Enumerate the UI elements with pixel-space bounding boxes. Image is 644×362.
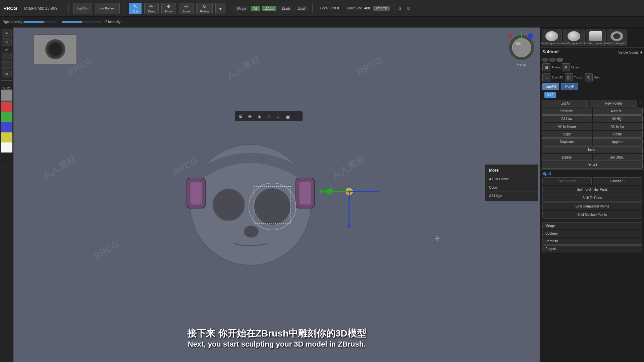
solo-icon[interactable]: ① xyxy=(585,73,593,81)
watermark-7: RRCG xyxy=(92,239,121,262)
zoom3d-icon[interactable]: ⌕ xyxy=(542,73,550,81)
merge-button[interactable]: Merge xyxy=(542,222,642,229)
new-folder-button[interactable]: New Folder xyxy=(590,100,638,107)
new-folder-icon[interactable]: → xyxy=(638,100,643,107)
mrgb-button[interactable]: Mrgb xyxy=(234,6,248,11)
off-label: Off xyxy=(5,48,8,51)
sphere3d-2-thumb[interactable]: PM3D_Sphere3D2 xyxy=(563,29,585,46)
ring3d-label: PM3D_Ring3D1 xyxy=(607,42,627,45)
split-masked-row: Split Masked Points xyxy=(542,211,642,219)
canvas-area[interactable]: RRCG 人人素材 RRCG 人人素材 RRCG 人人素材 RRCG 人人素材 … xyxy=(13,27,540,362)
zsub-button[interactable]: Zsub xyxy=(279,6,292,11)
sphere-button[interactable]: ● xyxy=(215,3,225,14)
svg-marker-21 xyxy=(508,34,513,38)
paste-button[interactable]: Paste xyxy=(593,131,643,138)
swatch-black[interactable] xyxy=(1,153,12,163)
cylinder3d-thumb[interactable]: PM3D_Cylinder3D xyxy=(586,29,606,46)
split-hidden-button[interactable]: Split Hidden xyxy=(542,177,592,185)
xyz-button[interactable]: XYZ xyxy=(544,92,556,98)
split-masked-button[interactable]: Split Masked Points xyxy=(542,211,642,219)
all-high-button[interactable]: All High xyxy=(593,115,643,122)
toggle-3[interactable] xyxy=(556,58,563,62)
left-tool-1[interactable]: ⊕ xyxy=(2,29,12,37)
move-icon[interactable]: ✥ xyxy=(562,63,570,71)
split-hidden-row: Split Hidden Groups S xyxy=(542,177,642,185)
append-button[interactable]: Append xyxy=(593,138,643,145)
move-button[interactable]: ✥ Move xyxy=(161,3,176,14)
ring3d-thumb[interactable]: PM3D_Ring3D1 xyxy=(607,29,627,46)
all-to-tar-button[interactable]: All To Tar xyxy=(593,123,643,130)
boolean-button[interactable]: Boolean xyxy=(542,230,642,237)
orientation-cube[interactable]: Persp xyxy=(506,31,537,61)
insert-button[interactable]: Insert xyxy=(542,146,643,153)
all-to-home-button[interactable]: All To Home xyxy=(542,123,592,130)
copy-button[interactable]: Copy xyxy=(542,131,592,138)
left-tool-2[interactable]: ◎ xyxy=(2,38,12,46)
transp-icon[interactable]: ◫ xyxy=(565,73,573,81)
subtool-toggle-row xyxy=(540,57,644,62)
toggle-1[interactable] xyxy=(542,58,548,62)
remesh-button[interactable]: Remesh xyxy=(542,238,642,245)
svg-rect-2 xyxy=(190,181,202,205)
cylinder3d-label: PM3D_Cylinder3D xyxy=(585,42,607,45)
project-button[interactable]: Project xyxy=(542,245,642,252)
draw-size-area: Draw Size 480 xyxy=(347,6,370,10)
frame-icon[interactable]: ⊞ xyxy=(542,63,550,71)
split-similar-button[interactable]: Split To Similar Parts xyxy=(542,186,642,193)
duplicate-button[interactable]: Duplicate xyxy=(542,138,592,145)
scale-button[interactable]: ⊹ Scale xyxy=(179,3,194,14)
all-low-button[interactable]: All Low xyxy=(542,115,592,122)
left-tool-5[interactable]: ⊞ xyxy=(2,70,12,77)
main-color[interactable] xyxy=(1,89,12,101)
xyz-area: XYZ xyxy=(540,91,644,99)
rgb-intensity-slider[interactable] xyxy=(23,21,57,23)
swatch-green[interactable] xyxy=(1,112,12,122)
auto-rename-button[interactable]: AutoRe... xyxy=(593,108,643,115)
live-boolean-button[interactable]: Live Boolean xyxy=(95,3,120,14)
del-all-button[interactable]: Del All xyxy=(542,162,643,169)
zoom3d-label: Zoom3D xyxy=(552,76,564,79)
list-all-button[interactable]: List All xyxy=(542,100,589,107)
draw-button[interactable]: ✏ Draw xyxy=(144,3,159,14)
popup-copy[interactable]: Copy xyxy=(485,183,538,192)
split-parts-button[interactable]: Split To Parts xyxy=(542,194,642,202)
split-unmasked-button[interactable]: Split Unmasked Points xyxy=(542,202,642,210)
brush-preview xyxy=(34,34,77,64)
popup-all-high[interactable]: All High xyxy=(485,192,538,200)
groups-s-button[interactable]: Groups S xyxy=(593,177,642,185)
left-tool-4[interactable]: ⋯ xyxy=(2,61,12,69)
toggle-2[interactable] xyxy=(549,58,556,62)
focal-shift-area: Focal Shift 0 xyxy=(320,6,339,10)
lightbox-button[interactable]: LightBox xyxy=(73,3,92,14)
edit-button[interactable]: ✎ Edit xyxy=(129,3,142,14)
svg-point-20 xyxy=(516,42,521,45)
visible-count-text: Visible Count 4 xyxy=(618,51,642,54)
sphere3d-thumb[interactable]: PM3D_Sphere3D3 xyxy=(542,29,562,46)
insert-row: Insert xyxy=(542,146,643,153)
delete-button[interactable]: Delete xyxy=(542,154,592,161)
rename-button[interactable]: Rename xyxy=(542,108,592,115)
linefill-button[interactable]: LineFill xyxy=(542,83,559,90)
persp-label: Persp xyxy=(506,63,537,66)
solo-label: Solo xyxy=(594,76,600,79)
swatch-yellow[interactable] xyxy=(1,132,12,142)
left-sidebar: ⊕ ◎ Off ⋮ ⋯ ⊞ Gray xyxy=(0,27,13,362)
separator3 xyxy=(230,3,230,13)
zadd-button[interactable]: ZAdd xyxy=(262,6,276,11)
swatch-red[interactable] xyxy=(1,102,12,112)
dynamic-button[interactable]: Dynamic xyxy=(373,6,390,11)
z-intensity-slider[interactable] xyxy=(62,21,102,23)
right-panel: PM3D_Cylinder3 5 Simplif... BPR SPix 3 P… xyxy=(540,0,644,362)
del-other-button[interactable]: Del Othe... xyxy=(593,154,643,161)
zcut-button[interactable]: Zcut xyxy=(295,6,308,11)
all-low-high-row: All Low All High xyxy=(542,115,643,122)
swatch-white[interactable] xyxy=(1,142,12,153)
popup-all-to-home[interactable]: All To Home xyxy=(485,175,538,183)
swatch-blue[interactable] xyxy=(1,122,12,132)
m-button[interactable]: M xyxy=(251,6,260,11)
polyf-button[interactable]: PolyF xyxy=(561,83,578,90)
gizmo-transform xyxy=(319,155,379,229)
separator4 xyxy=(312,3,313,13)
left-tool-3[interactable]: ⋮ xyxy=(2,53,12,60)
rotate-button[interactable]: ↻ Rotate xyxy=(196,3,213,14)
